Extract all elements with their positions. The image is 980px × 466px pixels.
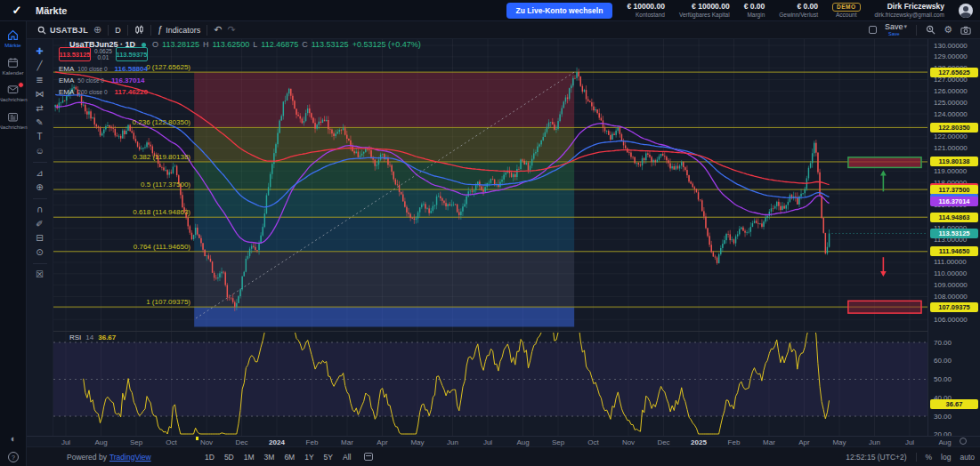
indicator-params: 200 close 0 bbox=[77, 89, 107, 95]
symbol-search[interactable]: USATBJL bbox=[37, 26, 88, 35]
hide-all-icon[interactable]: ⊙ bbox=[31, 246, 49, 259]
time-axis[interactable]: JulAugSepOctNovDec2024FebMarAprMayJunJul… bbox=[27, 436, 980, 446]
axis-reset-icon[interactable] bbox=[960, 438, 967, 445]
zoom-in-icon[interactable]: ⊕ bbox=[31, 181, 49, 194]
fib-level-label: 1 (107.09375) bbox=[146, 298, 190, 306]
range-1M[interactable]: 1M bbox=[244, 453, 255, 462]
ema-legend-row[interactable]: EMA100 close 0116.58804 bbox=[59, 63, 148, 75]
buy-button[interactable]: 113.59375 bbox=[116, 47, 148, 61]
range-6M[interactable]: 6M bbox=[284, 453, 295, 462]
bottom-bar: Powered by TradingView 1D5D1M3M6M1Y5YAll… bbox=[27, 446, 980, 466]
trading-app: ✓ Märkte Zu Live-Konto wechseln € 10000.… bbox=[0, 0, 980, 466]
pip-value: 0.01 bbox=[98, 54, 109, 60]
time-label: Jun bbox=[438, 438, 468, 446]
log-scale-button[interactable]: log bbox=[941, 453, 951, 462]
price-tick: 126.00000 bbox=[934, 87, 968, 95]
indicator-params: 100 close 0 bbox=[77, 66, 107, 72]
emoji-icon[interactable]: ☺ bbox=[31, 145, 49, 157]
lock-all-icon[interactable]: ⊟ bbox=[31, 232, 49, 245]
crosshair-icon[interactable]: ✚ bbox=[31, 45, 49, 58]
fullscreen-icon[interactable] bbox=[869, 26, 877, 34]
price-tick: 124.00000 bbox=[934, 110, 968, 118]
price-axis[interactable]: 130.00000129.00000128.00000127.00000126.… bbox=[927, 39, 980, 436]
help-icon[interactable]: ? bbox=[8, 452, 19, 462]
sidebar-item-nachrichten-news[interactable]: Nachrichten bbox=[0, 111, 26, 131]
price-label: 119.80138 bbox=[930, 157, 978, 166]
stat-verfuegbares-kapital: € 10000.00Verfügbares Kapital bbox=[679, 2, 730, 19]
indicator-value: 116.58804 bbox=[115, 65, 148, 73]
close-value: 113.53125 bbox=[312, 40, 349, 49]
home-icon bbox=[7, 29, 19, 41]
price-label: 113.53125 bbox=[930, 229, 978, 238]
chart-type-button[interactable] bbox=[134, 25, 144, 35]
auto-scale-button[interactable]: auto bbox=[960, 453, 975, 462]
main-chart[interactable] bbox=[53, 39, 927, 436]
range-5Y[interactable]: 5Y bbox=[324, 453, 333, 462]
time-label: Jul bbox=[895, 438, 925, 446]
brush-icon[interactable]: ✎ bbox=[31, 116, 49, 129]
xabcd-pattern-icon[interactable]: ⋈ bbox=[31, 88, 49, 100]
sidebar-item-maerkte[interactable]: Märkte bbox=[0, 29, 26, 49]
fib-level-label: 0.618 (114.94863) bbox=[133, 208, 190, 216]
time-label: Apr bbox=[368, 438, 398, 446]
range-3M[interactable]: 3M bbox=[264, 453, 275, 462]
ema-legend-row[interactable]: EMA200 close 0117.46220 bbox=[59, 86, 148, 98]
time-label: Dec bbox=[649, 438, 679, 446]
fib-retracement-zone[interactable] bbox=[53, 72, 927, 326]
tradingview-link[interactable]: TradingView bbox=[109, 453, 151, 462]
price-tick: 119.00000 bbox=[934, 167, 967, 175]
measure-icon[interactable]: ⊿ bbox=[31, 167, 49, 180]
percent-scale-button[interactable]: % bbox=[926, 453, 933, 462]
app-logo-icon[interactable]: ✓ bbox=[7, 3, 27, 19]
trash-icon[interactable]: ☒ bbox=[31, 269, 49, 281]
ema-legend-row[interactable]: EMA50 close 0116.37014 bbox=[59, 75, 148, 86]
range-1D[interactable]: 1D bbox=[205, 453, 215, 462]
spread-value: 0.0625 bbox=[94, 48, 112, 54]
go-to-date-icon[interactable] bbox=[364, 453, 373, 461]
indicators-button[interactable]: ƒ Indicators bbox=[158, 25, 201, 35]
camera-screenshot-icon[interactable] bbox=[960, 26, 971, 35]
time-label: Mar bbox=[754, 438, 784, 446]
fib-anchor-time-marker bbox=[196, 437, 198, 440]
time-label: Aug bbox=[508, 438, 539, 446]
fib-retracement-icon[interactable]: ≣ bbox=[31, 74, 49, 86]
up-arrow-icon[interactable] bbox=[880, 171, 887, 192]
magnet-icon[interactable]: ∪ bbox=[31, 204, 49, 216]
sidebar-item-nachrichten-mail[interactable]: Nachrichten bbox=[0, 84, 26, 103]
save-button[interactable]: Save Save bbox=[885, 23, 903, 37]
rsi-tick: 50.00 bbox=[934, 375, 952, 383]
fib-level-label: 0.382 (119.80138) bbox=[133, 153, 190, 161]
undo-icon[interactable]: ↶ bbox=[214, 24, 222, 36]
fib-level-label: 0.5 (117.37500) bbox=[141, 181, 190, 189]
text-icon[interactable]: T bbox=[31, 131, 49, 143]
settings-gear-icon[interactable]: ⚙ bbox=[944, 25, 952, 35]
stay-drawing-icon[interactable]: ✐ bbox=[31, 218, 49, 230]
time-label: Feb bbox=[297, 438, 328, 446]
quick-search-icon[interactable] bbox=[926, 25, 935, 35]
compare-add-symbol-icon[interactable]: ⊕ bbox=[93, 24, 101, 36]
indicator-name: EMA bbox=[59, 88, 74, 96]
sell-button[interactable]: 113.53125 bbox=[59, 47, 91, 61]
range-1Y[interactable]: 1Y bbox=[304, 453, 313, 462]
sidebar-item-kalender[interactable]: Kalender bbox=[0, 57, 26, 76]
trendline-icon[interactable]: ╱ bbox=[31, 60, 49, 72]
range-5D[interactable]: 5D bbox=[224, 453, 234, 462]
long-short-position-icon[interactable]: ⇄ bbox=[31, 102, 49, 115]
time-label: 2024 bbox=[262, 438, 292, 446]
time-label: Dec bbox=[227, 438, 257, 446]
redo-icon[interactable]: ↷ bbox=[227, 24, 235, 36]
support-rect[interactable] bbox=[848, 301, 921, 313]
price-label: 107.09375 bbox=[930, 302, 978, 312]
interval-button[interactable]: D bbox=[115, 26, 121, 35]
save-dropdown-caret-icon[interactable]: ▾ bbox=[904, 23, 908, 30]
time-label: Oct bbox=[157, 438, 187, 446]
range-All[interactable]: All bbox=[343, 453, 351, 462]
resistance-rect[interactable] bbox=[848, 157, 921, 168]
rsi-legend[interactable]: RSI 14 36.67 bbox=[69, 333, 116, 341]
avatar[interactable] bbox=[959, 4, 973, 18]
clock[interactable]: 12:52:15 (UTC+2) bbox=[846, 453, 906, 462]
toolbar-divider bbox=[33, 162, 47, 163]
theme-toggle-icon[interactable]: ◐ bbox=[11, 433, 17, 444]
switch-to-live-account-button[interactable]: Zu Live-Konto wechseln bbox=[506, 3, 613, 19]
user-info[interactable]: Dirk Friczewsky dirk.friczewsky@gmail.co… bbox=[875, 2, 944, 19]
